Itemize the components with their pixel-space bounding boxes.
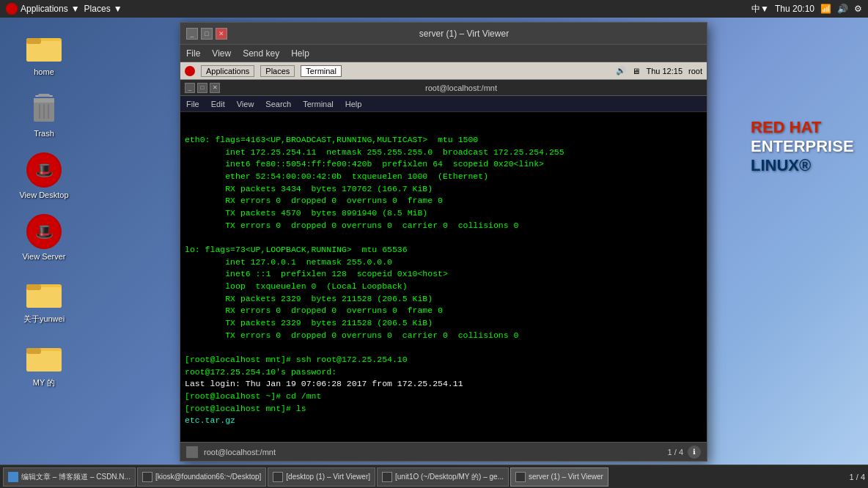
taskbar-item-blog[interactable]: 编辑文章 – 博客频道 – CSDN.N... [3,467,136,487]
svg-rect-2 [26,38,41,44]
taskbar-item-kiosk[interactable]: [kiosk@foundation66:~/Desktop] [137,467,266,487]
terminal-content[interactable]: eth0: flags=4163<UP,BROADCAST,RUNNING,MU… [180,112,707,442]
virt-title-text: server (1) – Virt Viewer [227,29,701,39]
home-icon-label: home [34,67,54,76]
taskbar-desktop-virt-label: [desktop (1) – Virt Viewer] [286,473,370,481]
taskbar-item-server-virt[interactable]: server (1) – Virt Viewer [510,467,608,487]
system-top-bar: Applications ▼ Places ▼ 中▼ Thu 20:10 📶 🔊… [0,0,868,18]
minimize-button[interactable]: _ [186,28,198,40]
wifi-icon: 📶 [820,4,831,14]
virt-viewer-window: _ □ ✕ server (1) – Virt Viewer File View… [180,22,707,462]
virt-menu-help[interactable]: Help [291,48,309,59]
top-bar-right: 中▼ Thu 20:10 📶 🔊 ⚙ [751,3,862,15]
view-server-label: View Server [22,252,65,261]
rh-branding: RED HAT ENTERPRISE LINUX® [736,73,868,220]
places-arrow: ▼ [114,4,122,14]
guest-terminal-btn[interactable]: Terminal [301,65,342,77]
desktop-icon-view-server[interactable]: 🎩 View Server [15,214,73,261]
guest-applications-btn[interactable]: Applications [201,65,254,77]
taskbar-blog-icon [8,472,18,482]
svg-rect-1 [26,41,62,62]
virt-title-bar: _ □ ✕ server (1) – Virt Viewer [180,23,707,45]
guest-time: Thu 12:15 [646,67,683,75]
guest-redhat-icon [185,66,195,76]
terminal-win-buttons: _ □ ✕ [185,83,220,93]
desktop-icon-about-yunwei[interactable]: 关于yunwei [15,276,73,325]
desktop-icons-area: home Trash 🎩 View Desktop 🎩 View Serv [15,29,73,388]
virt-page-info: 1 / 4 [668,448,683,456]
trash-icon-label: Trash [34,129,54,138]
places-label: Places [84,4,111,14]
taskbar: 编辑文章 – 博客频道 – CSDN.N... [kiosk@foundatio… [0,465,868,488]
terminal-maximize-btn[interactable]: □ [197,83,207,93]
svg-rect-12 [26,284,41,290]
speaker-icon: 🔊 [837,4,848,14]
terminal-menu-help[interactable]: Help [345,100,362,108]
view-desktop-icon: 🎩 [26,152,62,188]
applications-menu[interactable]: Applications ▼ [6,3,80,15]
terminal-menu-file[interactable]: File [186,100,199,108]
redhat-icon [6,3,18,15]
input-method[interactable]: 中▼ [751,3,769,15]
apps-arrow: ▼ [71,4,80,14]
virt-win-controls: _ □ ✕ [186,28,227,40]
view-server-icon: 🎩 [26,214,62,249]
taskbar-page-info: 1 / 4 [850,473,865,481]
taskbar-right: 1 / 4 [850,473,865,481]
desktop-icon-view-desktop[interactable]: 🎩 View Desktop [15,152,73,199]
close-button[interactable]: ✕ [216,28,227,40]
svg-rect-14 [26,351,62,371]
terminal-menu-search[interactable]: Search [265,100,291,108]
terminal-menu-view[interactable]: View [237,100,254,108]
view-desktop-label: View Desktop [19,191,68,199]
settings-icon[interactable]: ⚙ [854,4,862,14]
my-folder-label: MY 的 [33,377,55,388]
svg-rect-4 [38,94,50,97]
svg-rect-6 [34,98,54,103]
virt-menu-view[interactable]: View [212,48,231,59]
virt-status-right: 1 / 4 ℹ [668,446,701,459]
desktop-icon-trash[interactable]: Trash [15,91,73,138]
terminal-title-text: root@localhost:/mnt [220,84,702,92]
virt-status-label: root@localhost:/mnt [204,448,276,456]
virt-info-button[interactable]: ℹ [688,446,701,459]
maximize-button[interactable]: □ [201,28,213,40]
taskbar-kiosk-label: [kiosk@foundation66:~/Desktop] [155,473,261,481]
status-thumbnail [186,446,198,458]
taskbar-blog-label: 编辑文章 – 博客频道 – CSDN.N... [21,472,130,482]
terminal-title-bar: _ □ ✕ root@localhost:/mnt [180,80,707,96]
virt-menu-sendkey[interactable]: Send key [243,48,279,59]
trash-icon [26,91,62,126]
desktop-icon-home[interactable]: home [15,29,73,76]
guest-volume-icon: 🔊 [616,66,626,75]
taskbar-item-desktop-virt[interactable]: [desktop (1) – Virt Viewer] [268,467,375,487]
guest-system-tray: 🔊 🖥 Thu 12:15 root [616,66,702,75]
terminal-window: _ □ ✕ root@localhost:/mnt File Edit View… [180,80,707,442]
taskbar-server-virt-label: server (1) – Virt Viewer [529,473,603,481]
rh-text-1: RED HAT [751,118,853,137]
guest-user: root [688,67,702,75]
rh-text-2: ENTERPRISE [751,137,853,156]
taskbar-item-unit10[interactable]: [unit1O (~/Desktop/MY 的) – ge... [377,467,509,487]
home-folder-icon [26,29,62,64]
guest-places-btn[interactable]: Places [260,65,295,77]
taskbar-server-virt-icon [515,472,526,482]
svg-rect-11 [26,287,62,308]
desktop-icon-my[interactable]: MY 的 [15,339,73,388]
applications-label: Applications [21,4,68,14]
guest-os-bar: Applications Places Terminal 🔊 🖥 Thu 12:… [180,62,707,80]
terminal-menu-edit[interactable]: Edit [211,100,225,108]
taskbar-unit10-icon [382,472,392,482]
places-menu[interactable]: Places ▼ [84,4,122,14]
terminal-menu-terminal[interactable]: Terminal [303,100,334,108]
about-yunwei-icon [26,276,62,311]
virt-status-bar: root@localhost:/mnt 1 / 4 ℹ [180,442,707,461]
taskbar-kiosk-icon [142,472,152,482]
my-folder-icon [26,339,62,374]
top-bar-left: Applications ▼ Places ▼ [6,3,122,15]
taskbar-unit10-label: [unit1O (~/Desktop/MY 的) – ge... [395,472,504,482]
virt-menu-file[interactable]: File [186,48,200,59]
terminal-close-btn[interactable]: ✕ [210,83,220,93]
rh-text-3: LINUX® [751,156,853,175]
terminal-minimize-btn[interactable]: _ [185,83,195,93]
